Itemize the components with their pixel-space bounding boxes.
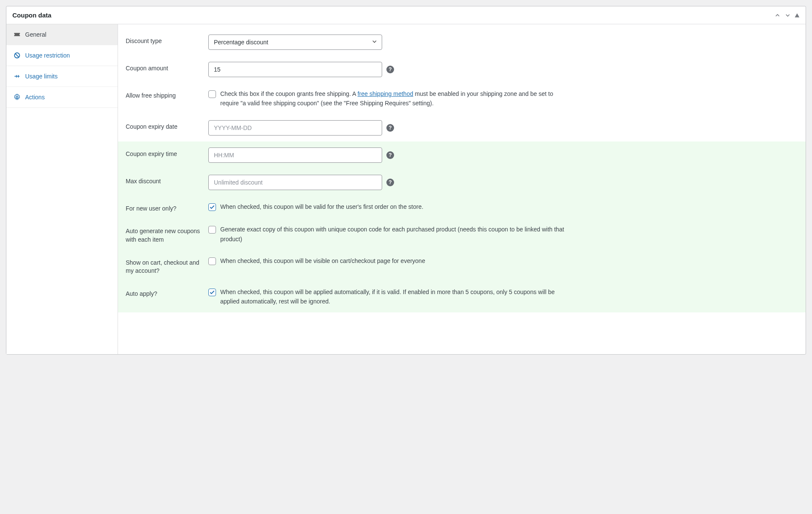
discount-type-select[interactable]: Percentage discount: [208, 35, 382, 50]
panel-body: General Usage restriction Usage limits A…: [6, 24, 806, 354]
svg-line-2: [15, 54, 19, 57]
panel-actions: [774, 12, 800, 19]
free-shipping-link[interactable]: free shipping method: [357, 90, 413, 97]
row-discount-type: Discount type Percentage discount: [118, 29, 806, 56]
label-max-discount: Max discount: [126, 175, 202, 186]
help-icon[interactable]: ?: [386, 151, 394, 159]
form-content: Discount type Percentage discount Coupon…: [118, 24, 806, 354]
sidebar-item-general[interactable]: General: [6, 24, 118, 45]
row-auto-apply: Auto apply? When checked, this coupon wi…: [118, 281, 806, 312]
sidebar-item-label: Usage limits: [25, 73, 58, 80]
show-on-cart-checkbox[interactable]: [208, 257, 216, 265]
label-expiry-date: Coupon expiry date: [126, 120, 202, 131]
move-up-icon[interactable]: [774, 12, 781, 19]
discount-type-select-wrap: Percentage discount: [208, 35, 382, 50]
expiry-date-input[interactable]: [208, 120, 382, 136]
toggle-panel-icon[interactable]: [795, 13, 800, 18]
row-coupon-amount: Coupon amount ?: [118, 56, 806, 83]
sidebar-item-actions[interactable]: Actions: [6, 87, 118, 108]
new-user-desc: When checked, this coupon will be valid …: [220, 202, 423, 211]
max-discount-input[interactable]: [208, 175, 382, 190]
free-shipping-checkbox[interactable]: [208, 90, 216, 98]
label-free-shipping: Allow free shipping: [126, 89, 202, 100]
panel-title: Coupon data: [12, 12, 52, 19]
row-new-user: For new user only? When checked, this co…: [118, 196, 806, 219]
label-expiry-time: Coupon expiry time: [126, 147, 202, 159]
sliders-icon: [13, 72, 21, 80]
label-new-user: For new user only?: [126, 202, 202, 213]
row-expiry-time: Coupon expiry time ?: [118, 141, 806, 169]
label-show-on-cart: Show on cart, checkout and my account?: [126, 256, 202, 275]
sidebar-item-usage-limits[interactable]: Usage limits: [6, 66, 118, 87]
row-free-shipping: Allow free shipping Check this box if th…: [118, 83, 806, 114]
free-shipping-desc: Check this box if the coupon grants free…: [220, 89, 570, 108]
svg-point-6: [16, 96, 18, 98]
label-auto-apply: Auto apply?: [126, 287, 202, 298]
label-discount-type: Discount type: [126, 35, 202, 46]
sidebar-item-label: General: [25, 31, 46, 38]
label-auto-generate: Auto generate new coupons with each item: [126, 225, 202, 244]
row-show-on-cart: Show on cart, checkout and my account? W…: [118, 250, 806, 281]
new-user-checkbox[interactable]: [208, 203, 216, 211]
move-down-icon[interactable]: [784, 12, 791, 19]
help-icon[interactable]: ?: [386, 124, 394, 132]
expiry-time-input[interactable]: [208, 147, 382, 163]
help-icon[interactable]: ?: [386, 179, 394, 186]
gear-icon: [13, 93, 21, 101]
auto-apply-desc: When checked, this coupon will be applie…: [220, 287, 570, 306]
coupon-data-panel: Coupon data General: [6, 6, 806, 355]
sidebar-item-label: Actions: [25, 94, 45, 101]
sidebar-item-label: Usage restriction: [25, 52, 70, 59]
panel-header: Coupon data: [6, 6, 806, 24]
help-icon[interactable]: ?: [386, 66, 394, 73]
auto-generate-desc: Generate exact copy of this coupon with …: [220, 225, 570, 244]
sidebar: General Usage restriction Usage limits A…: [6, 24, 118, 354]
svg-marker-0: [795, 13, 800, 17]
row-auto-generate: Auto generate new coupons with each item…: [118, 219, 806, 250]
ticket-icon: [13, 31, 21, 38]
auto-generate-checkbox[interactable]: [208, 226, 216, 234]
row-expiry-date: Coupon expiry date ?: [118, 114, 806, 141]
show-on-cart-desc: When checked, this coupon will be visibl…: [220, 256, 425, 266]
label-coupon-amount: Coupon amount: [126, 62, 202, 73]
sidebar-item-usage-restriction[interactable]: Usage restriction: [6, 45, 118, 66]
auto-apply-checkbox[interactable]: [208, 289, 216, 296]
row-max-discount: Max discount ?: [118, 169, 806, 196]
ban-icon: [13, 52, 21, 59]
coupon-amount-input[interactable]: [208, 62, 382, 77]
